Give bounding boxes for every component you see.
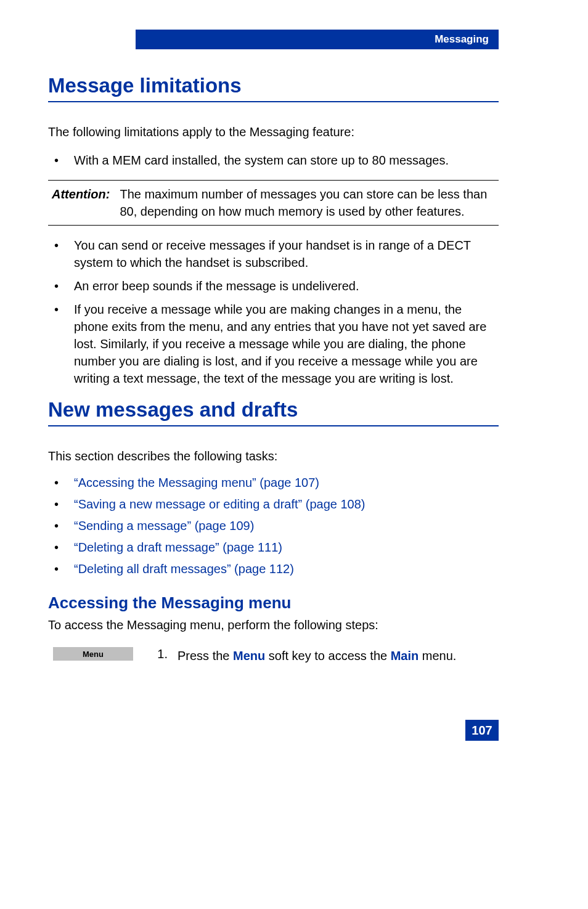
step-number: 1.: [133, 647, 168, 661]
heading-accessing-messaging-menu: Accessing the Messaging menu: [48, 593, 499, 613]
page-number: 107: [465, 720, 499, 741]
menu-softkey-icon: Menu: [53, 647, 133, 661]
step-instruction: Press the Menu soft key to access the Ma…: [168, 647, 456, 664]
attention-text: The maximum number of messages you can s…: [116, 185, 499, 220]
step-text-suffix: menu.: [419, 649, 456, 662]
list-item: “Saving a new message or editing a draft…: [48, 497, 499, 512]
step-text-prefix: Press the: [178, 649, 233, 662]
xref-link[interactable]: “Saving a new message or editing a draft…: [74, 497, 365, 511]
step-text-mid: soft key to access the: [265, 649, 390, 662]
attention-box: Attention: The maximum number of message…: [48, 180, 499, 226]
xref-link[interactable]: “Deleting a draft message” (page 111): [74, 540, 282, 554]
xref-link[interactable]: “Sending a message” (page 109): [74, 519, 254, 532]
step-row: Menu 1. Press the Menu soft key to acces…: [48, 647, 499, 664]
list-item: An error beep sounds if the message is u…: [48, 277, 499, 295]
section1-intro: The following limitations apply to the M…: [48, 123, 499, 141]
list-item: “Accessing the Messaging menu” (page 107…: [48, 476, 499, 490]
attention-label: Attention:: [48, 185, 116, 220]
heading-new-messages-drafts: New messages and drafts: [48, 398, 499, 426]
list-item: You can send or receive messages if your…: [48, 237, 499, 271]
page-header: Messaging: [0, 30, 588, 49]
section1-list-top: With a MEM card installed, the system ca…: [48, 152, 499, 169]
xref-link[interactable]: “Accessing the Messaging menu” (page 107…: [74, 476, 319, 489]
list-item: “Deleting a draft message” (page 111): [48, 540, 499, 555]
ui-term-main: Main: [391, 649, 419, 662]
list-item: With a MEM card installed, the system ca…: [48, 152, 499, 169]
section3-intro: To access the Messaging menu, perform th…: [48, 616, 499, 634]
section2-intro: This section describes the following tas…: [48, 447, 499, 465]
header-title: Messaging: [435, 33, 489, 46]
header-bar: Messaging: [136, 30, 499, 49]
section1-list-bottom: You can send or receive messages if your…: [48, 237, 499, 387]
xref-link[interactable]: “Deleting all draft messages” (page 112): [74, 562, 294, 576]
section2-link-list: “Accessing the Messaging menu” (page 107…: [48, 476, 499, 576]
heading-message-limitations: Message limitations: [48, 74, 499, 102]
list-item: “Sending a message” (page 109): [48, 519, 499, 533]
list-item: “Deleting all draft messages” (page 112): [48, 562, 499, 576]
ui-term-menu: Menu: [233, 649, 265, 662]
list-item: If you receive a message while you are m…: [48, 301, 499, 387]
